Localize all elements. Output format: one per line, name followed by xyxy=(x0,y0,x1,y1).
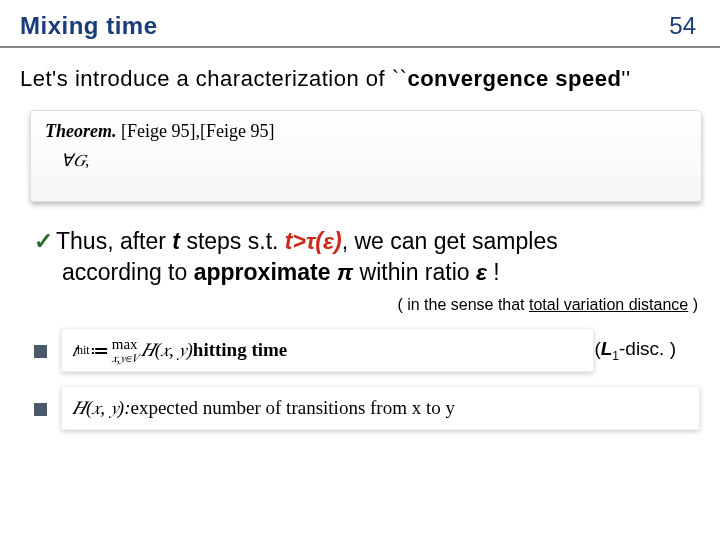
bullet-line2: according to approximate π within ratio … xyxy=(34,257,700,288)
max-operator: max𝑥,𝑦∈𝑉 xyxy=(112,337,138,364)
intro-emph: convergence speed xyxy=(407,66,621,91)
check-icon: ✓ xyxy=(34,226,56,257)
bullet-t3: , we can get samples xyxy=(342,228,558,254)
def-row-hxy: 𝐻(𝑥, 𝑦): expected number of transitions … xyxy=(34,386,700,430)
definitions: 𝑡hit ≔ max𝑥,𝑦∈𝑉 𝐻(𝑥, 𝑦) hitting time (L1… xyxy=(0,324,720,430)
bullet-t1: Thus, after xyxy=(56,228,172,254)
t-hit-sub: hit xyxy=(77,343,90,358)
intro-prefix: Let's introduce a characterization of `` xyxy=(20,66,407,91)
intro-suffix: '' xyxy=(621,66,630,91)
note-prefix: ( in the sense that xyxy=(397,296,529,313)
coloneq: ≔ xyxy=(90,339,109,362)
hitting-time-label: hitting time xyxy=(193,339,287,361)
bullet-eps: ε xyxy=(476,259,487,285)
slide-title: Mixing time xyxy=(20,12,158,40)
note-suffix: ) xyxy=(688,296,698,313)
l1-L: L xyxy=(601,338,613,359)
theorem-label: Theorem. xyxy=(45,121,117,141)
l1-sub: 1 xyxy=(612,348,619,362)
hitting-time-math: 𝑡hit ≔ max𝑥,𝑦∈𝑉 𝐻(𝑥, 𝑦) hitting time xyxy=(61,328,594,372)
H-xy: 𝐻(𝑥, 𝑦) xyxy=(141,339,193,361)
bullet-t4: according to xyxy=(62,259,194,285)
def-row-hitting-time: 𝑡hit ≔ max𝑥,𝑦∈𝑉 𝐻(𝑥, 𝑦) hitting time (L1… xyxy=(34,328,700,372)
note-underlined: total variation distance xyxy=(529,296,688,313)
theorem-citations: [Feige 95],[Feige 95] xyxy=(117,121,275,141)
main-bullet: ✓Thus, after t steps s.t. t>τ(ε), we can… xyxy=(0,220,720,290)
theorem-box: Theorem. [Feige 95],[Feige 95] ∀𝐺, xyxy=(30,110,702,202)
note-line: ( in the sense that total variation dist… xyxy=(0,290,720,324)
bullet-approx: approximate xyxy=(194,259,337,285)
bullet-pi: π xyxy=(337,259,353,285)
bullet-t5: within ratio xyxy=(353,259,476,285)
slide-header: Mixing time 54 xyxy=(0,0,720,48)
max-bottom: 𝑥,𝑦∈𝑉 xyxy=(112,352,138,364)
theorem-body: ∀𝐺, xyxy=(45,150,687,171)
intro-line: Let's introduce a characterization of ``… xyxy=(0,48,720,106)
hxy-rhs: expected number of transitions from x to… xyxy=(130,397,455,419)
page-number: 54 xyxy=(669,12,696,40)
l1-rest: -disc. ) xyxy=(619,338,676,359)
square-bullet-icon xyxy=(34,403,47,416)
bullet-t-var: t xyxy=(172,228,180,254)
bullet-inequality: t>τ(ε) xyxy=(285,228,342,254)
l1-disc-note: (L1-disc. ) xyxy=(594,338,700,363)
hxy-lhs: 𝐻(𝑥, 𝑦): xyxy=(72,397,130,419)
bullet-t2: steps s.t. xyxy=(180,228,285,254)
bullet-t6: ! xyxy=(487,259,500,285)
hxy-math: 𝐻(𝑥, 𝑦): expected number of transitions … xyxy=(61,386,700,430)
max-top: max xyxy=(112,337,138,352)
square-bullet-icon xyxy=(34,345,47,358)
